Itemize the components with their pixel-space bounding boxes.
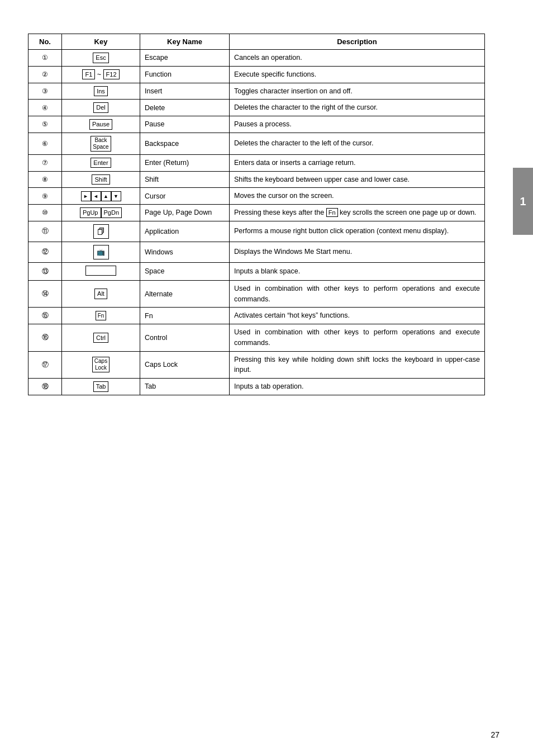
row-key-name: Function [140, 66, 230, 83]
row-key-name: Space [140, 262, 230, 280]
pgdn-key: PgDn [101, 207, 122, 218]
row-description: Inputs a tab operation. [230, 379, 485, 395]
row-key-name: Shift [140, 171, 230, 188]
circle-number: ① [42, 54, 48, 62]
key-display: CapsLock [92, 357, 110, 372]
row-number: ① [28, 50, 62, 67]
key-reference-table: No. Key Key Name Description ①EscEscapeC… [28, 34, 485, 395]
chapter-number: 1 [520, 195, 526, 208]
row-key-name: Tab [140, 379, 230, 395]
table-row: ⑧ShiftShiftShifts the keyboard between u… [28, 171, 485, 188]
row-description: Shifts the keyboard between upper case a… [230, 171, 485, 188]
row-key: Enter [62, 154, 140, 171]
table-row: ⑤PausePausePauses a process. [28, 116, 485, 133]
table-row: ⑫📺WindowsDisplays the Windows Me Start m… [28, 242, 485, 262]
row-description: Pressing these keys after the Fn key scr… [230, 205, 485, 221]
row-number: ⑧ [28, 171, 62, 188]
arrow-right: ► [81, 191, 91, 201]
row-description: Cancels an operation. [230, 50, 485, 67]
circle-number: ⑩ [42, 209, 48, 216]
row-number: ② [28, 66, 62, 83]
row-key-name: Escape [140, 50, 230, 67]
table-row: ⑭AltAlternateUsed in combination with ot… [28, 280, 485, 308]
arrow-down: ▼ [111, 191, 121, 201]
col-header-no: No. [28, 34, 62, 50]
row-key-name: Application [140, 221, 230, 242]
row-key: 📺 [62, 242, 140, 262]
circle-number: ⑯ [42, 333, 49, 342]
circle-number: ④ [42, 104, 48, 112]
row-key-name: Cursor [140, 188, 230, 205]
row-key-name: Page Up, Page Down [140, 205, 230, 221]
circle-number: ⑥ [42, 140, 48, 148]
circle-number: ⑮ [42, 311, 49, 320]
win-key: 📺 [93, 245, 109, 259]
row-key: Ctrl [62, 324, 140, 352]
row-key: Pause [62, 116, 140, 133]
row-number: ⑱ [28, 379, 62, 395]
row-description: Execute specific functions. [230, 66, 485, 83]
circle-number: ⑨ [42, 192, 48, 200]
table-row: ⑱TabTabInputs a tab operation. [28, 379, 485, 395]
circle-number: ⑪ [42, 226, 49, 236]
key-display: Enter [91, 158, 111, 168]
circle-number: ⑬ [42, 267, 49, 276]
row-description: Used in combination with other keys to p… [230, 324, 485, 352]
row-number: ③ [28, 83, 62, 100]
key-display: Shift [92, 174, 110, 185]
key-reference-table-wrapper: No. Key Key Name Description ①EscEscapeC… [28, 34, 485, 395]
row-description: Deletes the character to the right of th… [230, 100, 485, 116]
table-row: ③InsInsertToggles character insertion on… [28, 83, 485, 100]
key-display: Esc [93, 53, 108, 63]
row-number: ⑤ [28, 116, 62, 133]
row-description: Moves the cursor on the screen. [230, 188, 485, 205]
circle-number: ③ [42, 87, 48, 95]
row-key-name: Caps Lock [140, 351, 230, 379]
key-display: BackSpace [91, 136, 111, 152]
key-display: Pause [89, 119, 112, 129]
row-key-name: Backspace [140, 133, 230, 154]
row-number: ⑪ [28, 221, 62, 242]
row-description: Pressing this key while holding down shi… [230, 351, 485, 379]
table-row: ⑯CtrlControlUsed in combination with oth… [28, 324, 485, 352]
row-description: Pauses a process. [230, 116, 485, 133]
circle-number: ⑫ [42, 247, 49, 257]
row-number: ⑮ [28, 308, 62, 324]
row-number: ⑩ [28, 205, 62, 221]
col-header-desc: Description [230, 34, 485, 50]
circle-number: ⑧ [42, 176, 48, 183]
row-number: ⑦ [28, 154, 62, 171]
row-number: ⑫ [28, 242, 62, 262]
key-display: Alt [94, 289, 107, 299]
row-key: BackSpace [62, 133, 140, 154]
row-key-name: Fn [140, 308, 230, 324]
table-row: ⑪🗍ApplicationPerforms a mouse right butt… [28, 221, 485, 242]
space-key [85, 266, 116, 276]
arrow-left: ◄ [91, 191, 101, 201]
row-key: Alt [62, 280, 140, 308]
row-description: Inputs a blank space. [230, 262, 485, 280]
pgup-key: PgUp [80, 207, 101, 218]
row-key: Ins [62, 83, 140, 100]
circle-number: ⑤ [42, 120, 48, 128]
table-row: ①EscEscapeCancels an operation. [28, 50, 485, 67]
key-display: Fn [96, 311, 107, 320]
row-key: Fn [62, 308, 140, 324]
key-display: Ins [94, 86, 108, 96]
row-key-name: Delete [140, 100, 230, 116]
row-key-name: Windows [140, 242, 230, 262]
row-description: Performs a mouse right button click oper… [230, 221, 485, 242]
row-key-name: Alternate [140, 280, 230, 308]
row-key-name: Pause [140, 116, 230, 133]
col-header-key: Key [62, 34, 140, 50]
table-row: ⑦EnterEnter (Return)Enters data or inser… [28, 154, 485, 171]
row-number: ⑨ [28, 188, 62, 205]
table-row: ④DelDeleteDeletes the character to the r… [28, 100, 485, 116]
app-key: 🗍 [93, 224, 109, 239]
table-row: ⑮FnFnActivates certain “hot keys” functi… [28, 308, 485, 324]
row-key: Tab [62, 379, 140, 395]
table-header-row: No. Key Key Name Description [28, 34, 485, 50]
circle-number: ⑰ [42, 360, 49, 370]
row-description: Deletes the character to the left of the… [230, 133, 485, 154]
row-number: ⑭ [28, 280, 62, 308]
